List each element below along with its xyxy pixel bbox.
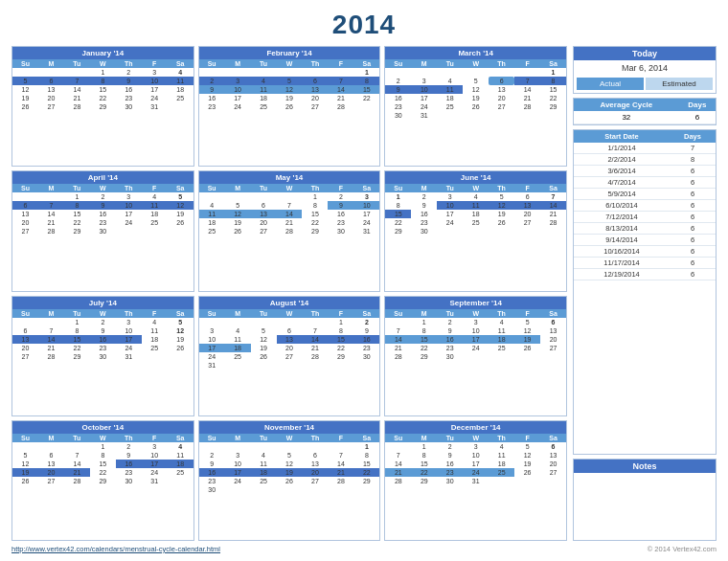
- calendar-january: January '14 SuMTuWThFSa 1234 567891011 1…: [11, 46, 194, 167]
- table-row: 5/9/20146: [574, 189, 716, 200]
- table-row: 4/7/20146: [574, 177, 716, 189]
- calendar-march: March '14 SuMTuWThFSa 1 2345678 91011121…: [384, 46, 567, 167]
- avg-cycle-value: 32: [574, 111, 679, 124]
- calendar-november: November '14 SuMTuWThFSa 1 2345678 91011…: [198, 420, 381, 541]
- notes-content: [574, 473, 716, 540]
- calendar-february: February '14 SuMTuWThFSa 1 2345678 91011…: [198, 46, 381, 167]
- content-area: January '14 SuMTuWThFSa 1234 567891011 1…: [11, 46, 717, 541]
- average-cycle-box: Average Cycle Days 32 6: [573, 98, 717, 125]
- calendar-october: October '14 SuMTuWThFSa 1234 567891011 1…: [11, 420, 194, 541]
- legend-estimated: Estimated: [646, 78, 713, 90]
- calendar-june: June '14 SuMTuWThFSa 1234567 89101112131…: [384, 170, 567, 291]
- calendar-december: December '14 SuMTuWThFSa 123456 78910111…: [384, 420, 567, 541]
- today-box: Today Mar 6, 2014 Actual Estimated: [573, 46, 717, 94]
- jan-header: January '14: [12, 47, 193, 59]
- mar-header: March '14: [385, 47, 566, 59]
- table-row: 8/13/20146: [574, 223, 716, 235]
- table-row: 7/12/20146: [574, 212, 716, 223]
- table-row: 9/14/20146: [574, 235, 716, 246]
- aug-header: August '14: [199, 297, 380, 309]
- calendar-september: September '14 SuMTuWThFSa 123456 7891011…: [384, 296, 567, 416]
- calendar-row-4: October '14 SuMTuWThFSa 1234 567891011 1…: [11, 420, 567, 541]
- calendar-april: April '14 SuMTuWThFSa 12345 6789101112 1…: [11, 170, 194, 291]
- footer: http://www.vertex42.com/calendars/menstr…: [11, 545, 717, 553]
- table-row: 1/1/20147: [574, 143, 716, 154]
- sep-header: September '14: [385, 297, 566, 309]
- today-header: Today: [574, 47, 716, 60]
- calendar-july: July '14 SuMTuWThFSa 12345 6789101112 13…: [11, 296, 194, 416]
- table-row: 12/19/20146: [574, 269, 716, 280]
- page: 2014 January '14 SuMTuWThFSa 1234 567891…: [0, 0, 728, 561]
- start-date-col-header: Start Date: [574, 130, 670, 143]
- days-col-header: Days: [670, 130, 716, 143]
- avg-days-value: 6: [679, 111, 716, 124]
- notes-box: Notes: [573, 459, 717, 541]
- may-header: May '14: [199, 171, 380, 184]
- jun-header: June '14: [385, 171, 566, 184]
- oct-header: October '14: [12, 421, 193, 434]
- table-row: 11/17/20146: [574, 258, 716, 269]
- calendars-area: January '14 SuMTuWThFSa 1234 567891011 1…: [11, 46, 567, 541]
- avg-cycle-label: Average Cycle: [574, 99, 679, 111]
- today-date: Mar 6, 2014: [574, 60, 716, 76]
- page-title: 2014: [11, 10, 717, 40]
- calendar-may: May '14 SuMTuWThFSa 123 45678910 1112131…: [198, 170, 381, 291]
- calendar-row-1: January '14 SuMTuWThFSa 1234 567891011 1…: [11, 46, 567, 167]
- calendar-row-3: July '14 SuMTuWThFSa 12345 6789101112 13…: [11, 296, 567, 416]
- table-row: 2/2/20148: [574, 154, 716, 166]
- legend-actual: Actual: [577, 78, 644, 90]
- right-panel: Today Mar 6, 2014 Actual Estimated Avera…: [573, 46, 717, 541]
- footer-copyright: © 2014 Vertex42.com: [648, 545, 717, 553]
- jul-header: July '14: [12, 297, 193, 309]
- avg-days-label: Days: [679, 99, 716, 111]
- legend-row: Actual Estimated: [577, 78, 713, 90]
- calendar-august: August '14 SuMTuWThFSa 12 3456789 101112…: [198, 296, 381, 416]
- table-row: 6/10/20146: [574, 200, 716, 212]
- start-dates-box: Start Date Days 1/1/201472/2/201483/6/20…: [573, 129, 717, 455]
- dec-header: December '14: [385, 421, 566, 434]
- footer-link[interactable]: http://www.vertex42.com/calendars/menstr…: [11, 545, 220, 553]
- apr-header: April '14: [12, 171, 193, 184]
- feb-header: February '14: [199, 47, 380, 59]
- table-row: 10/16/20146: [574, 246, 716, 258]
- calendar-row-2: April '14 SuMTuWThFSa 12345 6789101112 1…: [11, 170, 567, 291]
- table-row: 3/6/20146: [574, 166, 716, 177]
- notes-header: Notes: [574, 460, 716, 473]
- nov-header: November '14: [199, 421, 380, 434]
